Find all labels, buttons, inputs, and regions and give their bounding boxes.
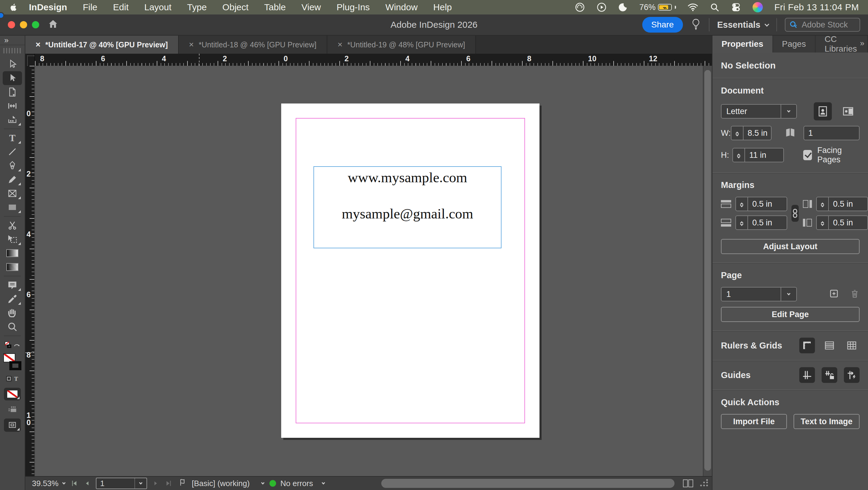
delete-page-button[interactable]: [850, 288, 860, 300]
document-tab[interactable]: ×*Untitled-17 @ 40% [GPU Preview]: [25, 36, 179, 54]
smart-guides-button[interactable]: [844, 367, 860, 383]
text-frame[interactable]: www.mysample.com mysample@gmail.com: [313, 166, 501, 248]
search-icon[interactable]: [710, 2, 719, 12]
menu-item-type[interactable]: Type: [179, 2, 215, 12]
panel-tab-pages[interactable]: Pages: [773, 36, 815, 53]
selection-tool[interactable]: [3, 57, 22, 71]
dock-grip-handle[interactable]: [3, 47, 22, 55]
inside-margin-field[interactable]: 0.5 in: [816, 197, 868, 211]
current-page-select[interactable]: 1: [721, 287, 797, 301]
apple-menu-icon[interactable]: [9, 3, 18, 12]
resize-grip[interactable]: [699, 478, 709, 489]
zoom-window-button[interactable]: [32, 21, 39, 28]
width-field[interactable]: 8.5 in: [731, 126, 772, 140]
siri-icon[interactable]: [752, 2, 763, 12]
minimize-window-button[interactable]: [20, 21, 27, 28]
close-tab-icon[interactable]: ×: [189, 40, 194, 50]
type-tool[interactable]: T: [3, 131, 22, 145]
import-file-button[interactable]: Import File: [721, 414, 787, 429]
vertical-scrollbar[interactable]: [703, 66, 712, 476]
show-rulers-button[interactable]: [799, 338, 815, 353]
adjust-layout-button[interactable]: Adjust Layout: [721, 239, 860, 254]
spread-view-icon[interactable]: [683, 480, 693, 487]
hand-tool[interactable]: [3, 306, 22, 320]
close-tab-icon[interactable]: ×: [36, 40, 40, 50]
preflight-icon[interactable]: [178, 478, 186, 489]
landscape-orientation-button[interactable]: [839, 102, 857, 120]
menu-item-file[interactable]: File: [75, 2, 105, 12]
last-page-button[interactable]: [164, 480, 173, 487]
control-center-icon[interactable]: [731, 2, 741, 12]
formatting-container-icon[interactable]: [5, 375, 13, 382]
creative-cloud-icon[interactable]: [575, 2, 585, 12]
document-tab[interactable]: ×*Untitled-18 @ 46% [GPU Preview]: [179, 36, 327, 54]
horizontal-scrollbar-thumb[interactable]: [381, 479, 675, 488]
height-field[interactable]: 11 in: [733, 148, 784, 162]
menu-item-help[interactable]: Help: [426, 2, 460, 12]
menu-item-view[interactable]: View: [293, 2, 329, 12]
horizontal-scrollbar[interactable]: [381, 478, 678, 489]
home-icon[interactable]: [48, 19, 59, 31]
pen-tool[interactable]: [3, 159, 22, 173]
adobe-stock-search-input[interactable]: Adobe Stock: [785, 18, 860, 32]
portrait-orientation-button[interactable]: [814, 102, 832, 120]
pasteboard-canvas[interactable]: www.mysample.com mysample@gmail.com: [35, 66, 703, 476]
rectangle-tool[interactable]: [3, 200, 22, 214]
outside-margin-field[interactable]: 0.5 in: [816, 215, 868, 230]
apply-none-button[interactable]: [3, 385, 22, 403]
horizontal-ruler[interactable]: 8642024681012: [35, 54, 712, 66]
page-size-select[interactable]: Letter: [721, 104, 797, 119]
free-transform-tool[interactable]: [3, 232, 22, 246]
pages-count-field[interactable]: 1: [804, 126, 860, 140]
battery-icon[interactable]: 76% ⌁: [639, 3, 676, 12]
fill-stroke-controls[interactable]: [3, 338, 22, 352]
preflight-profile-dropdown[interactable]: [Basic] (working): [192, 479, 264, 488]
next-page-button[interactable]: [153, 480, 159, 487]
direct-selection-tool[interactable]: [3, 71, 22, 85]
add-page-button[interactable]: [829, 288, 839, 300]
page-number-field[interactable]: 1: [96, 478, 147, 489]
menu-item-layout[interactable]: Layout: [136, 2, 179, 12]
content-collector-tool[interactable]: [3, 113, 22, 127]
close-tab-icon[interactable]: ×: [338, 40, 342, 50]
eyedropper-tool[interactable]: [3, 292, 22, 306]
share-button[interactable]: Share: [642, 17, 683, 33]
dock-collapse-chevrons[interactable]: »: [0, 36, 25, 45]
edit-page-button[interactable]: Edit Page: [721, 307, 860, 322]
baseline-grid-button[interactable]: [822, 338, 837, 353]
swap-fill-stroke-icon[interactable]: [13, 342, 21, 348]
gap-tool[interactable]: [3, 99, 22, 113]
workspace-switcher[interactable]: Essentials: [717, 20, 769, 30]
view-options-icon[interactable]: [3, 403, 22, 416]
pencil-tool[interactable]: [3, 173, 22, 186]
top-margin-field[interactable]: 0.5 in: [735, 197, 787, 211]
default-fill-stroke-icon[interactable]: [4, 341, 12, 349]
document-page[interactable]: www.mysample.com mysample@gmail.com: [281, 104, 539, 438]
facing-pages-checkbox[interactable]: [803, 150, 812, 160]
formatting-affects-toggle[interactable]: T: [3, 372, 22, 385]
panel-collapse-chevrons[interactable]: »: [860, 39, 864, 48]
menu-item-window[interactable]: Window: [378, 2, 426, 12]
formatting-text-icon[interactable]: T: [13, 375, 20, 382]
bottom-margin-field[interactable]: 0.5 in: [735, 215, 787, 230]
menu-item-indesign[interactable]: InDesign: [21, 2, 75, 12]
preflight-status[interactable]: No errors: [270, 479, 324, 488]
link-margins-toggle[interactable]: [792, 205, 799, 222]
zoom-level-dropdown[interactable]: 39.53%: [32, 479, 65, 488]
menu-item-object[interactable]: Object: [215, 2, 256, 12]
frame-tool[interactable]: [3, 186, 22, 200]
gradient-swatch-tool[interactable]: [3, 246, 22, 260]
line-tool[interactable]: [3, 145, 22, 159]
scissors-tool[interactable]: [3, 219, 22, 232]
vertical-scrollbar-thumb[interactable]: [704, 70, 711, 471]
screen-mode-button[interactable]: [3, 416, 22, 434]
ruler-origin-corner[interactable]: [25, 54, 35, 66]
first-page-button[interactable]: [70, 480, 79, 487]
document-grid-button[interactable]: [844, 338, 860, 353]
moon-icon[interactable]: [618, 2, 628, 12]
previous-page-button[interactable]: [84, 480, 90, 487]
wifi-icon[interactable]: [687, 3, 698, 12]
lightbulb-icon[interactable]: [691, 19, 701, 31]
vertical-ruler[interactable]: 0246810: [25, 66, 35, 476]
panel-tab-properties[interactable]: Properties: [712, 36, 773, 53]
